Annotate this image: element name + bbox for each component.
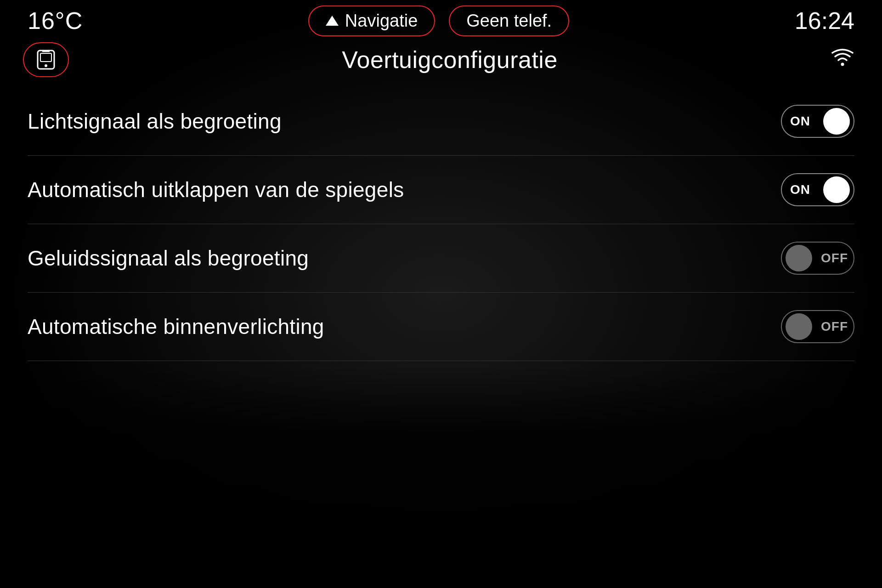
setting-label-binnenverlichting: Automatische binnenverlichting xyxy=(28,314,324,339)
wifi-icon xyxy=(831,47,854,72)
setting-row-geluidssignaal: Geluidssignaal als begroeting OFF xyxy=(28,224,854,293)
svg-point-2 xyxy=(45,64,47,67)
svg-point-4 xyxy=(841,63,844,66)
header-row: Voertuigconfiguratie xyxy=(0,41,882,83)
settings-list: Lichtsignaal als begroeting ON Automatis… xyxy=(0,87,882,361)
vehicle-icon xyxy=(34,48,58,72)
setting-row-lichtsignaal: Lichtsignaal als begroeting ON xyxy=(28,87,854,156)
svg-rect-1 xyxy=(40,53,51,62)
toggle-label-spiegels: ON xyxy=(790,182,810,197)
setting-label-spiegels: Automatisch uitklappen van de spiegels xyxy=(28,177,404,202)
toggle-knob-geluidssignaal xyxy=(786,245,812,271)
bottom-area xyxy=(0,368,882,588)
toggle-lichtsignaal[interactable]: ON xyxy=(781,105,854,138)
toggle-knob-lichtsignaal xyxy=(823,108,850,135)
navigation-button-label: Navigatie xyxy=(345,11,418,31)
toggle-spiegels[interactable]: ON xyxy=(781,173,854,206)
setting-row-spiegels: Automatisch uitklappen van de spiegels O… xyxy=(28,156,854,224)
phone-button-label: Geen telef. xyxy=(466,11,552,31)
top-bar-center: Navigatie Geen telef. xyxy=(308,6,569,36)
toggle-geluidssignaal[interactable]: OFF xyxy=(781,242,854,275)
clock-display: 16:24 xyxy=(795,7,854,34)
navigation-button[interactable]: Navigatie xyxy=(308,6,435,36)
top-bar: 16°C Navigatie Geen telef. 16:24 xyxy=(0,0,882,41)
setting-row-binnenverlichting: Automatische binnenverlichting OFF xyxy=(28,293,854,361)
page-title: Voertuigconfiguratie xyxy=(69,46,831,74)
setting-label-geluidssignaal: Geluidssignaal als begroeting xyxy=(28,246,309,271)
navigation-arrow-icon xyxy=(326,16,339,26)
toggle-label-lichtsignaal: ON xyxy=(790,114,810,129)
phone-button[interactable]: Geen telef. xyxy=(449,6,569,36)
setting-label-lichtsignaal: Lichtsignaal als begroeting xyxy=(28,109,282,134)
screen: 16°C Navigatie Geen telef. 16:24 Voertui… xyxy=(0,0,882,588)
toggle-knob-spiegels xyxy=(823,176,850,203)
toggle-label-binnenverlichting: OFF xyxy=(821,319,848,334)
temperature-display: 16°C xyxy=(28,7,83,34)
vehicle-config-icon-button[interactable] xyxy=(23,42,69,77)
toggle-knob-binnenverlichting xyxy=(786,313,812,340)
toggle-label-geluidssignaal: OFF xyxy=(821,251,848,266)
toggle-binnenverlichting[interactable]: OFF xyxy=(781,310,854,343)
